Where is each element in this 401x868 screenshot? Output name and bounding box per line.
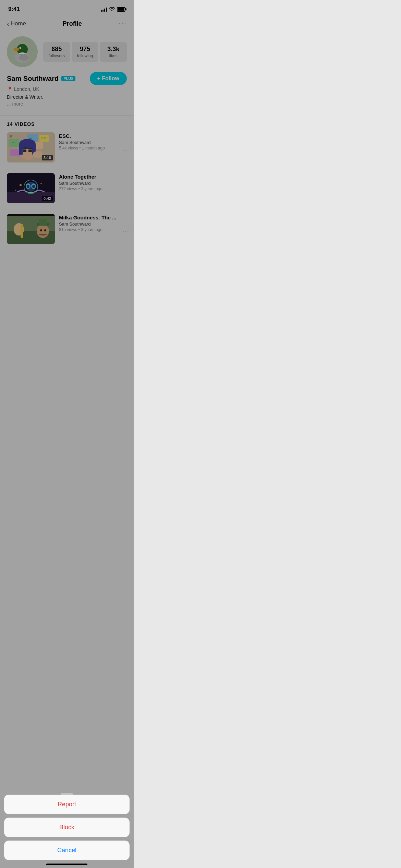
overlay-backdrop[interactable] — [0, 0, 134, 289]
